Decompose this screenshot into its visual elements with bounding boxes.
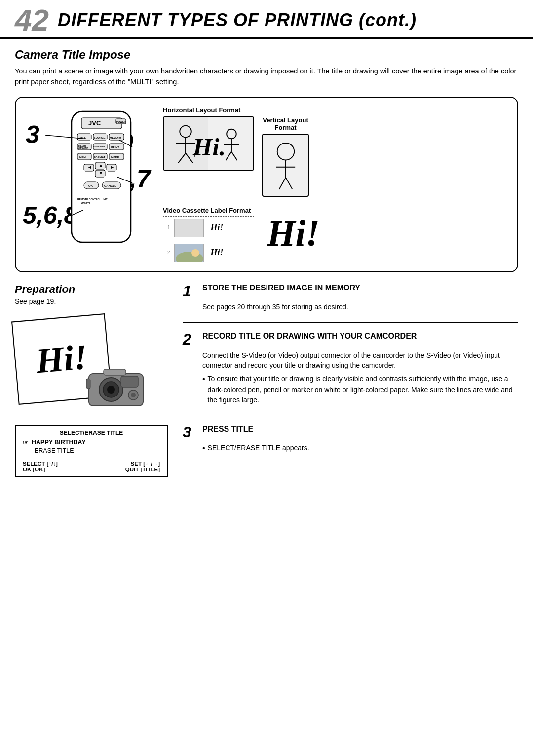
menu-item-happy-birthday: ☞ HAPPY BIRTHDAY xyxy=(23,438,160,447)
svg-text:Hi.: Hi. xyxy=(192,133,226,161)
vertical-label: Vertical LayoutFormat xyxy=(263,116,308,131)
menu-footer: SELECT [↑/↓] OK [OK] SET [←/→] QUIT [TIT… xyxy=(23,458,160,472)
slot-2-num: 2 xyxy=(167,250,170,255)
right-col: 1 STORE THE DESIRED IMAGE IN MEMORY See … xyxy=(183,283,518,472)
svg-point-69 xyxy=(107,386,115,394)
slot-2-hi: Hi! xyxy=(211,248,224,258)
slot-1-image xyxy=(174,219,204,237)
svg-text:CANCEL: CANCEL xyxy=(104,184,116,187)
big-hi-right: Hi! xyxy=(267,213,320,254)
content-area: Camera Title Impose You can print a scen… xyxy=(0,39,533,491)
cassette-slots: 1 Hi! 2 xyxy=(163,216,254,264)
svg-text:OK: OK xyxy=(88,184,93,187)
left-col: Preparation See page 19. Hi! xyxy=(15,283,168,481)
hi-camera-illustration: Hi! xyxy=(15,312,153,416)
illus-top: 3 9 4,7 5,6,8 JVC POWER TITLE xyxy=(25,107,508,264)
svg-rect-62 xyxy=(175,219,203,237)
svg-rect-70 xyxy=(121,376,138,387)
remote-svg: JVC POWER TITLE SOURCE MEMORY FRAME MASK… xyxy=(67,109,143,250)
remote-area: 3 9 4,7 5,6,8 JVC POWER TITLE xyxy=(25,107,148,250)
horizontal-label: Horizontal Layout Format xyxy=(163,107,508,114)
section-title: Camera Title Impose xyxy=(15,48,518,62)
step-3-title: PRESS TITLE xyxy=(202,424,253,434)
svg-point-65 xyxy=(191,249,199,257)
num-3: 3 xyxy=(26,120,39,149)
svg-text:SOURCE: SOURCE xyxy=(94,136,106,139)
svg-point-72 xyxy=(131,393,136,397)
menu-arrow: ☞ xyxy=(23,439,29,446)
vert-svg xyxy=(263,134,308,197)
step-1-body: See pages 20 through 35 for storing as d… xyxy=(202,302,518,313)
prep-sub: See page 19. xyxy=(15,297,168,305)
illustration-box: 3 9 4,7 5,6,8 JVC POWER TITLE xyxy=(15,97,518,272)
bottom-section: Preparation See page 19. Hi! xyxy=(15,283,518,481)
svg-text:STABILIZER: STABILIZER xyxy=(93,145,105,148)
horizontal-layout-img: Hi. ! xyxy=(163,116,254,171)
slot-2-image xyxy=(174,244,204,262)
cassette-slot-2: 2 Hi! xyxy=(163,242,254,264)
step-2-header: 2 RECORD TITLE OR DRAWING WITH YOUR CAMC… xyxy=(183,331,518,347)
menu-box: SELECT/ERASE TITLE ☞ HAPPY BIRTHDAY ERAS… xyxy=(15,425,168,477)
svg-text:TITLE: TITLE xyxy=(78,136,86,139)
intro-text: You can print a scene or image with your… xyxy=(15,66,518,88)
video-cassette-section: Video Cassette Label Format 1 Hi! xyxy=(163,207,508,264)
hi-text: Hi! xyxy=(35,336,89,382)
illus-right: Horizontal Layout Format xyxy=(148,107,508,264)
menu-item-erase-title: ERASE TITLE xyxy=(23,447,160,455)
bullet-dot: • xyxy=(202,374,205,406)
step-3: 3 PRESS TITLE • SELECT/ERASE TITLE appea… xyxy=(183,424,518,463)
camera-svg xyxy=(84,361,148,411)
step-1: 1 STORE THE DESIRED IMAGE IN MEMORY See … xyxy=(183,283,518,323)
page-header: 42 DIFFERENT TYPES OF PRINTING (cont.) xyxy=(0,0,533,39)
svg-text:MASKING: MASKING xyxy=(78,147,89,150)
step-3-num: 3 xyxy=(183,424,197,440)
svg-text:►: ► xyxy=(110,165,114,170)
svg-text:PRINT: PRINT xyxy=(111,146,119,149)
svg-text:MODE: MODE xyxy=(111,156,119,159)
svg-text:!: ! xyxy=(194,151,196,159)
step-1-num: 1 xyxy=(183,283,197,299)
svg-text:GV-PT2: GV-PT2 xyxy=(81,202,90,205)
slot-1-num: 1 xyxy=(167,225,170,230)
step-3-bullet-dot: • xyxy=(202,443,205,454)
svg-text:MENU: MENU xyxy=(79,156,87,159)
prep-title: Preparation xyxy=(15,283,168,296)
cassette-label: Video Cassette Label Format xyxy=(163,207,254,214)
slot-1-hi: Hi! xyxy=(211,222,224,233)
step-2-body: Connect the S-Video (or Video) output co… xyxy=(202,350,518,406)
step-2-title: RECORD TITLE OR DRAWING WITH YOUR CAMCOR… xyxy=(202,331,417,341)
svg-text:▲: ▲ xyxy=(99,163,103,168)
svg-text:MEMORY: MEMORY xyxy=(110,136,122,139)
horizontal-layout-section: Horizontal Layout Format xyxy=(163,107,508,197)
menu-footer-left: SELECT [↑/↓] OK [OK] xyxy=(23,461,58,472)
step-1-header: 1 STORE THE DESIRED IMAGE IN MEMORY xyxy=(183,283,518,299)
step-3-bullet-1: • SELECT/ERASE TITLE appears. xyxy=(202,443,518,454)
horiz-svg: Hi. ! xyxy=(164,116,253,171)
menu-footer-right: SET [←/→] QUIT [TITLE] xyxy=(125,461,160,472)
svg-rect-73 xyxy=(104,369,126,375)
step-2-bullet-1: • To ensure that your title or drawing i… xyxy=(202,374,518,406)
svg-text:POWER: POWER xyxy=(116,120,126,123)
svg-text:FORMAT: FORMAT xyxy=(94,156,106,159)
cassette-subsection: Video Cassette Label Format 1 Hi! xyxy=(163,207,254,264)
menu-box-title: SELECT/ERASE TITLE xyxy=(23,430,160,436)
svg-text:REMOTE CONTROL UNIT: REMOTE CONTROL UNIT xyxy=(77,198,107,201)
step-3-body: • SELECT/ERASE TITLE appears. xyxy=(202,443,518,454)
vertical-layout-img xyxy=(262,134,309,197)
svg-text:JVC: JVC xyxy=(88,119,101,127)
page-number: 42 xyxy=(15,5,49,36)
step-1-title: STORE THE DESIRED IMAGE IN MEMORY xyxy=(202,283,360,293)
page-title: DIFFERENT TYPES OF PRINTING (cont.) xyxy=(58,11,417,29)
step-2: 2 RECORD TITLE OR DRAWING WITH YOUR CAMC… xyxy=(183,331,518,415)
svg-text:◄: ◄ xyxy=(87,165,92,170)
vertical-layout-section: Vertical LayoutFormat xyxy=(262,116,309,197)
svg-rect-74 xyxy=(86,379,90,389)
cassette-slot-1: 1 Hi! xyxy=(163,216,254,239)
step-2-num: 2 xyxy=(183,331,197,347)
svg-text:▼: ▼ xyxy=(99,171,103,176)
step-3-header: 3 PRESS TITLE xyxy=(183,424,518,440)
